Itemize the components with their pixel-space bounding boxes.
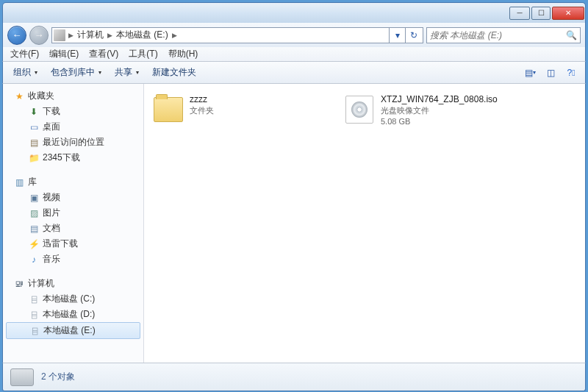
file-item-iso[interactable]: XTZJ_WIN764_ZJB_0808.iso 光盘映像文件 5.08 GB: [341, 91, 517, 129]
title-bar: ─ ☐ ✕: [2, 2, 586, 23]
sidebar-item-label: 文档: [43, 222, 60, 235]
back-button[interactable]: ←: [7, 26, 26, 45]
sidebar-group-favorites: ★ 收藏夹 ⬇下载 ▭桌面 ▤最近访问的位置 📁2345下载: [3, 88, 143, 165]
sidebar-item-label: 迅雷下载: [43, 238, 78, 250]
file-meta: XTZJ_WIN764_ZJB_0808.iso 光盘映像文件 5.08 GB: [381, 94, 498, 126]
iso-icon: [344, 94, 375, 125]
sidebar-item-desktop[interactable]: ▭桌面: [3, 119, 143, 135]
file-name: XTZJ_WIN764_ZJB_0808.iso: [381, 94, 498, 104]
folder-icon: 📁: [28, 152, 40, 164]
menu-tools[interactable]: 工具(T): [124, 46, 162, 62]
file-list[interactable]: zzzz 文件夹 XTZJ_WIN764_ZJB_0808.iso 光盘映像文件…: [144, 84, 585, 363]
recent-icon: ▤: [28, 137, 40, 149]
chevron-right-icon[interactable]: ▶: [106, 32, 114, 39]
menu-file[interactable]: 文件(F): [6, 46, 43, 62]
include-library-button[interactable]: 包含到库中: [46, 63, 106, 82]
picture-icon: ▨: [28, 207, 40, 219]
window-controls: ─ ☐ ✕: [508, 7, 584, 20]
sidebar-head-favorites[interactable]: ★ 收藏夹: [3, 88, 143, 104]
sidebar-item-2345[interactable]: 📁2345下载: [3, 150, 143, 165]
help-icon[interactable]: ?⃝: [563, 65, 579, 81]
file-item-folder[interactable]: zzzz 文件夹: [150, 91, 326, 128]
sidebar-item-label: 最近访问的位置: [43, 136, 104, 149]
menu-edit[interactable]: 编辑(E): [45, 46, 83, 62]
sidebar-item-music[interactable]: ♪音乐: [3, 252, 143, 267]
star-icon: ★: [13, 90, 25, 102]
sidebar: ★ 收藏夹 ⬇下载 ▭桌面 ▤最近访问的位置 📁2345下载 ▥ 库 ▣视频 ▨…: [3, 84, 144, 363]
download-icon: ⬇: [28, 106, 40, 118]
main-area: ★ 收藏夹 ⬇下载 ▭桌面 ▤最近访问的位置 📁2345下载 ▥ 库 ▣视频 ▨…: [2, 84, 586, 363]
chevron-right-icon[interactable]: ▶: [67, 32, 75, 39]
sidebar-head-computer[interactable]: 🖳 计算机: [3, 276, 143, 291]
status-bar: 2 个对象: [2, 363, 586, 391]
file-name: zzzz: [190, 94, 214, 104]
toolbar: 组织 包含到库中 共享 新建文件夹 ▤▾ ◫ ?⃝: [2, 62, 586, 84]
preview-pane-icon[interactable]: ◫: [542, 65, 559, 81]
new-folder-button[interactable]: 新建文件夹: [148, 63, 201, 82]
menu-view[interactable]: 查看(V): [85, 46, 123, 62]
file-meta: zzzz 文件夹: [190, 94, 214, 116]
file-type: 文件夹: [190, 105, 214, 116]
sidebar-item-pictures[interactable]: ▨图片: [3, 205, 143, 221]
menu-help[interactable]: 帮助(H): [164, 46, 203, 62]
sidebar-group-libraries: ▥ 库 ▣视频 ▨图片 ▤文档 ⚡迅雷下载 ♪音乐: [3, 174, 143, 267]
video-icon: ▣: [28, 192, 40, 204]
sidebar-item-thunder[interactable]: ⚡迅雷下载: [3, 236, 143, 252]
chevron-right-icon[interactable]: ▶: [171, 32, 179, 39]
sidebar-item-label: 本地磁盘 (C:): [43, 293, 95, 305]
forward-button[interactable]: →: [29, 26, 49, 45]
sidebar-label: 库: [28, 176, 37, 188]
sidebar-item-drive-c[interactable]: ⌸本地磁盘 (C:): [3, 291, 143, 307]
status-text: 2 个对象: [41, 371, 75, 383]
drive-icon: [10, 368, 34, 386]
music-icon: ♪: [28, 254, 40, 266]
computer-icon: 🖳: [13, 278, 25, 290]
sidebar-item-drive-d[interactable]: ⌸本地磁盘 (D:): [3, 307, 143, 322]
sidebar-item-label: 音乐: [43, 253, 60, 266]
sidebar-item-label: 下载: [43, 105, 60, 118]
folder-icon: [153, 94, 184, 125]
menu-bar: 文件(F) 编辑(E) 查看(V) 工具(T) 帮助(H): [2, 47, 586, 62]
dropdown-icon[interactable]: ▾: [389, 27, 405, 43]
library-icon: ▥: [13, 177, 25, 188]
breadcrumb-current[interactable]: 本地磁盘 (E:): [114, 29, 171, 41]
search-icon[interactable]: 🔍: [566, 30, 577, 40]
maximize-button[interactable]: ☐: [531, 7, 551, 20]
organize-button[interactable]: 组织: [9, 63, 42, 82]
sidebar-item-label: 视频: [43, 191, 60, 204]
sidebar-item-label: 图片: [43, 207, 60, 219]
thunder-icon: ⚡: [28, 238, 40, 250]
close-button[interactable]: ✕: [552, 7, 584, 20]
breadcrumb[interactable]: ▶ 计算机 ▶ 本地磁盘 (E:) ▶ ▾ ↻: [51, 27, 423, 43]
sidebar-item-recent[interactable]: ▤最近访问的位置: [3, 135, 143, 150]
drive-icon: ⌸: [29, 325, 40, 337]
sidebar-item-label: 本地磁盘 (E:): [43, 324, 96, 337]
nav-bar: ← → ▶ 计算机 ▶ 本地磁盘 (E:) ▶ ▾ ↻ 🔍: [2, 23, 586, 47]
drive-icon: ⌸: [28, 309, 40, 321]
sidebar-group-computer: 🖳 计算机 ⌸本地磁盘 (C:) ⌸本地磁盘 (D:) ⌸本地磁盘 (E:): [3, 276, 143, 339]
search-input[interactable]: [430, 30, 566, 40]
sidebar-item-label: 本地磁盘 (D:): [43, 308, 95, 321]
sidebar-item-label: 桌面: [43, 121, 60, 133]
sidebar-item-documents[interactable]: ▤文档: [3, 221, 143, 236]
desktop-icon: ▭: [28, 121, 40, 133]
share-button[interactable]: 共享: [110, 63, 143, 82]
drive-icon: [54, 29, 65, 41]
view-options-icon[interactable]: ▤▾: [522, 65, 538, 81]
sidebar-item-label: 2345下载: [43, 152, 80, 164]
sidebar-label: 收藏夹: [28, 90, 54, 102]
drive-icon: ⌸: [28, 293, 40, 305]
sidebar-item-videos[interactable]: ▣视频: [3, 190, 143, 205]
search-box[interactable]: 🔍: [426, 27, 581, 43]
sidebar-item-drive-e[interactable]: ⌸本地磁盘 (E:): [6, 322, 140, 339]
file-type: 光盘映像文件: [381, 105, 498, 116]
sidebar-item-downloads[interactable]: ⬇下载: [3, 104, 143, 119]
minimize-button[interactable]: ─: [509, 7, 530, 20]
sidebar-label: 计算机: [28, 277, 54, 290]
breadcrumb-root[interactable]: 计算机: [75, 29, 106, 41]
file-size: 5.08 GB: [381, 117, 498, 126]
sidebar-head-libraries[interactable]: ▥ 库: [3, 174, 143, 190]
document-icon: ▤: [28, 223, 40, 235]
refresh-icon[interactable]: ↻: [405, 27, 421, 43]
